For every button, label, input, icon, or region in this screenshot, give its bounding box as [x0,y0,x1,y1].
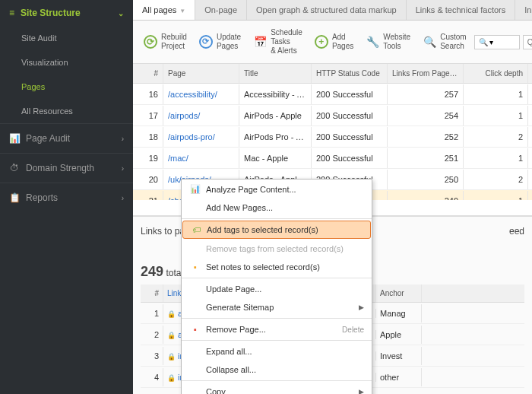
plus-icon: + [315,35,328,49]
menu-separator [182,218,372,219]
table-row[interactable]: 16/accessibility/Accessibility - Apple20… [133,84,532,105]
sidebar: ≡ Site Structure ⌄ Site AuditVisualizati… [0,0,133,394]
context-menu: 📊Analyze Page Content...Add New Pages...… [181,179,372,394]
menu-separator [182,278,372,278]
dropdown-icon: ▼ [179,8,185,14]
calendar-icon: 📅 [253,35,267,49]
menu-item-icon: ▪ [189,325,201,334]
section-icon: 📊 [9,133,20,144]
lock-icon: 🔒 [167,353,176,361]
lock-icon: 🔒 [167,374,176,382]
table-row[interactable]: 17/airpods/AirPods - Apple200 Successful… [133,105,532,126]
rebuild-icon: ⟳ [144,35,157,49]
chevron-right-icon: › [122,164,124,173]
schedule-tasks-button[interactable]: 📅Schedule Tasks & Alerts [249,25,307,59]
shortcut-label: Delete [342,326,364,334]
menu-item-analyze-page-content[interactable]: 📊Analyze Page Content... [182,180,372,199]
menu-item-add-new-pages[interactable]: Add New Pages... [182,199,372,217]
sidebar-section-page-audit[interactable]: 📊Page Audit› [0,123,133,153]
tabs-bar: All pages▼On-pageOpen graph & structured… [133,0,532,21]
menu-separator [182,318,372,319]
page-link[interactable]: /accessibility/ [163,84,239,104]
menu-item-icon: 🏷 [190,225,202,234]
sidebar-header-site-structure[interactable]: ≡ Site Structure ⌄ [0,0,133,26]
column-header[interactable]: Page [163,64,239,83]
update-pages-button[interactable]: ⟳Update Pages [195,30,245,54]
column-header[interactable]: HTTP Status Code [312,64,388,83]
menu-item-remove-tags-from-selected-record-s: Remove tags from selected record(s) [182,240,372,258]
tab-inlink-rank[interactable]: InLink Rank [515,0,532,20]
page-link[interactable]: /mac/ [163,148,239,168]
sidebar-item-pages[interactable]: Pages [0,75,133,99]
chevron-right-icon: › [122,135,124,143]
menu-item-collapse-all[interactable]: Collapse all... [182,361,372,379]
menu-item-set-notes-to-selected-record-s[interactable]: ▪Set notes to selected record(s) [182,258,372,276]
search-box [474,35,532,49]
table-row[interactable]: 19/mac/Mac - Apple200 Successful2511 [133,148,532,169]
sidebar-item-all-resources[interactable]: All Resources [0,99,133,123]
menu-item-generate-sitemap[interactable]: Generate Sitemap▶ [182,298,372,316]
sidebar-section-domain-strength[interactable]: ⏱Domain Strength› [0,153,133,183]
menu-separator [182,380,372,381]
custom-search-button[interactable]: 🔍Custom Search [418,30,470,54]
add-pages-button[interactable]: +Add Pages [310,30,358,54]
menu-item-expand-all[interactable]: Expand all... [182,342,372,361]
section-icon: ⏱ [9,163,20,173]
sidebar-item-visualization[interactable]: Visualization [0,50,133,75]
tab-on-page[interactable]: On-page [195,0,247,20]
column-header[interactable]: # [141,284,163,302]
sidebar-item-site-audit[interactable]: Site Audit [0,26,133,50]
search-icon: 🔍 [423,35,436,49]
page-link[interactable]: /airpods-pro/ [163,127,239,147]
section-icon: 📋 [9,192,20,203]
grid-header: #PageTitleHTTP Status CodeLinks From Pag… [133,64,532,84]
menu-item-update-page[interactable]: Update Page... [182,280,372,298]
bottom-panel-extra: eed [509,223,524,244]
menu-item-icon: 📊 [189,184,201,194]
page-link[interactable]: /airpods/ [163,106,239,126]
column-header[interactable]: Links From Page ▼ [388,64,464,83]
hamburger-icon: ≡ [9,8,14,18]
menu-item-remove-page[interactable]: ▪Remove Page...Delete [182,320,372,338]
tab-all-pages[interactable]: All pages▼ [133,0,195,20]
menu-item-icon: ▪ [189,262,201,272]
submenu-arrow-icon: ▶ [359,388,364,394]
tab-open-graph-structured-data-markup[interactable]: Open graph & structured data markup [247,0,407,20]
table-row[interactable]: 18/airpods-pro/AirPods Pro - Apple200 Su… [133,126,532,148]
column-header[interactable]: Anchor [376,284,422,302]
submenu-arrow-icon: ▶ [359,303,364,311]
rebuild-project-button[interactable]: ⟳Rebuild Project [139,30,192,54]
menu-item-copy[interactable]: Copy▶ [182,383,372,394]
lock-icon: 🔒 [167,332,176,339]
quick-filter-input[interactable] [523,35,532,49]
website-tools-button[interactable]: 🔧Website Tools [361,30,415,54]
toolbar: ⟳Rebuild Project ⟳Update Pages 📅Schedule… [133,21,532,64]
column-header[interactable]: Title [239,64,312,83]
menu-item-add-tags-to-selected-record-s[interactable]: 🏷Add tags to selected record(s) [182,221,371,239]
menu-separator [182,340,372,341]
column-header[interactable]: # [133,64,163,83]
tab-links-technical-factors[interactable]: Links & technical factors [407,0,516,20]
sidebar-header-label: Site Structure [21,8,81,18]
lock-icon: 🔒 [167,310,176,318]
wrench-icon: 🔧 [366,35,379,49]
column-header[interactable]: Click depth [464,64,528,83]
chevron-right-icon: › [122,194,124,202]
chevron-down-icon: ⌄ [118,9,124,17]
update-icon: ⟳ [199,35,213,49]
sidebar-section-reports[interactable]: 📋Reports› [0,183,133,212]
search-dropdown[interactable] [474,35,520,49]
